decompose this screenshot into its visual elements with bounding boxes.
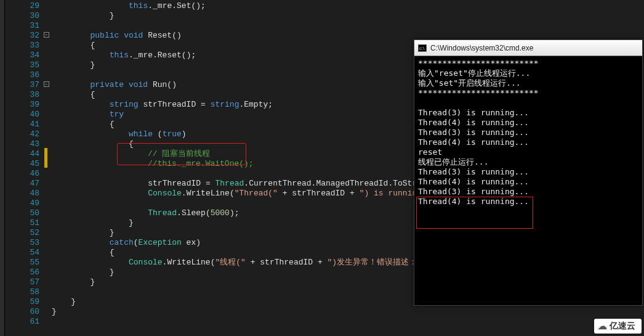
marker-empty bbox=[43, 197, 52, 207]
line-number: 58 bbox=[5, 287, 43, 297]
marker-empty bbox=[43, 316, 52, 326]
marker-empty bbox=[43, 118, 52, 128]
marker-empty bbox=[43, 89, 52, 99]
watermark-text: 亿速云 bbox=[610, 321, 635, 332]
marker-empty bbox=[43, 276, 52, 286]
marker-empty bbox=[43, 237, 52, 247]
marker-empty bbox=[43, 187, 52, 197]
line-number: 43 bbox=[5, 139, 43, 149]
marker-empty bbox=[43, 227, 52, 237]
marker-empty bbox=[43, 306, 52, 316]
marker-empty bbox=[43, 138, 52, 148]
console-titlebar[interactable]: c:\ C:\Windows\system32\cmd.exe bbox=[414, 40, 642, 56]
line-number: 49 bbox=[5, 199, 43, 208]
line-number: 44 bbox=[5, 149, 43, 159]
line-number: 47 bbox=[5, 179, 43, 189]
marker-empty bbox=[43, 109, 52, 118]
console-title-text: C:\Windows\system32\cmd.exe bbox=[430, 44, 533, 52]
marker-empty bbox=[43, 128, 52, 138]
marker-empty bbox=[43, 0, 52, 10]
left-rail bbox=[0, 0, 5, 336]
marker-empty bbox=[43, 178, 52, 187]
console-output[interactable]: ************************* 输入"reset"停止线程运… bbox=[414, 56, 642, 209]
line-number: 54 bbox=[5, 248, 43, 258]
line-number: 34 bbox=[5, 51, 43, 60]
marker-empty bbox=[43, 59, 52, 69]
line-number: 51 bbox=[5, 218, 43, 228]
marker-empty bbox=[43, 49, 52, 59]
line-number: 48 bbox=[5, 189, 43, 199]
watermark: ☁ 亿速云 bbox=[594, 319, 642, 334]
line-number: 59 bbox=[5, 297, 43, 307]
line-number: 31 bbox=[5, 21, 43, 31]
line-number: 40 bbox=[5, 110, 43, 120]
code-line[interactable]: this._mre.Set(); bbox=[52, 1, 644, 11]
line-number: 35 bbox=[5, 60, 43, 70]
console-window[interactable]: c:\ C:\Windows\system32\cmd.exe ********… bbox=[414, 39, 643, 306]
marker-empty bbox=[43, 266, 52, 276]
line-number: 45 bbox=[5, 159, 43, 169]
line-number: 32− bbox=[5, 31, 43, 41]
marker-empty bbox=[43, 10, 52, 20]
line-number: 36 bbox=[5, 70, 43, 80]
marker-empty bbox=[43, 20, 52, 30]
change-marker bbox=[44, 148, 47, 158]
line-number: 38 bbox=[5, 90, 43, 100]
marker-empty bbox=[43, 286, 52, 296]
fold-toggle[interactable]: − bbox=[44, 81, 49, 87]
marker-empty bbox=[43, 39, 52, 49]
code-line[interactable] bbox=[52, 317, 644, 327]
line-number: 30 bbox=[5, 11, 43, 21]
code-line[interactable]: } bbox=[52, 307, 644, 317]
line-number: 46 bbox=[5, 169, 43, 179]
marker-empty bbox=[43, 69, 52, 79]
marker-empty bbox=[43, 99, 52, 109]
line-number: 61 bbox=[5, 317, 43, 327]
marker-empty bbox=[43, 207, 52, 217]
line-number: 41 bbox=[5, 120, 43, 129]
line-number: 37− bbox=[5, 80, 43, 90]
marker-empty bbox=[43, 247, 52, 256]
line-number: 50 bbox=[5, 208, 43, 218]
line-number: 55 bbox=[5, 258, 43, 268]
marker-empty bbox=[43, 296, 52, 306]
fold-toggle[interactable]: − bbox=[44, 32, 49, 38]
line-number: 53 bbox=[5, 238, 43, 248]
line-number: 33 bbox=[5, 41, 43, 51]
cmd-icon: c:\ bbox=[418, 44, 427, 52]
marker-empty bbox=[43, 256, 52, 266]
line-number: 57 bbox=[5, 277, 43, 287]
code-line[interactable]: } bbox=[52, 11, 644, 21]
line-number: 60 bbox=[5, 307, 43, 317]
cloud-icon: ☁ bbox=[598, 321, 607, 332]
marker-empty bbox=[43, 217, 52, 227]
marker-column bbox=[43, 0, 52, 336]
line-number: 52 bbox=[5, 228, 43, 238]
change-marker bbox=[44, 158, 47, 168]
code-line[interactable] bbox=[52, 21, 644, 31]
line-number-gutter: 29303132−3334353637−38394041424344454647… bbox=[5, 0, 43, 336]
line-number: 56 bbox=[5, 268, 43, 277]
line-number: 29 bbox=[5, 1, 43, 11]
marker-empty bbox=[43, 168, 52, 178]
line-number: 42 bbox=[5, 129, 43, 139]
line-number: 39 bbox=[5, 100, 43, 110]
